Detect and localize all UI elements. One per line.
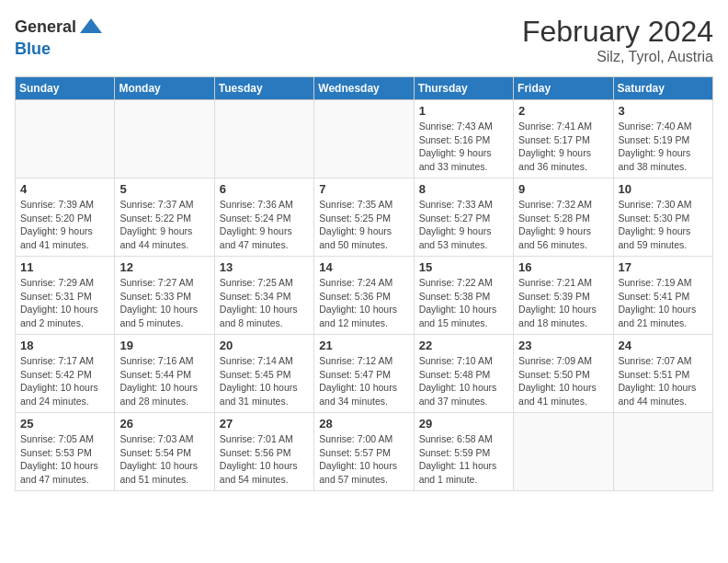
calendar-cell: 14Sunrise: 7:24 AM Sunset: 5:36 PM Dayli… (314, 257, 414, 335)
day-info: Sunrise: 7:14 AM Sunset: 5:45 PM Dayligh… (220, 354, 309, 408)
calendar-cell: 4Sunrise: 7:39 AM Sunset: 5:20 PM Daylig… (16, 178, 115, 257)
location: Silz, Tyrol, Austria (522, 49, 713, 65)
day-number: 19 (119, 339, 209, 352)
day-of-week-header: Tuesday (214, 77, 313, 100)
day-info: Sunrise: 7:29 AM Sunset: 5:31 PM Dayligh… (20, 276, 109, 330)
calendar-cell: 17Sunrise: 7:19 AM Sunset: 5:41 PM Dayli… (613, 257, 712, 335)
calendar-cell: 23Sunrise: 7:09 AM Sunset: 5:50 PM Dayli… (514, 335, 613, 413)
day-of-week-header: Wednesday (314, 77, 414, 100)
calendar-cell (115, 100, 214, 178)
calendar-cell: 11Sunrise: 7:29 AM Sunset: 5:31 PM Dayli… (16, 257, 115, 335)
calendar-table: SundayMondayTuesdayWednesdayThursdayFrid… (15, 76, 713, 491)
logo-blue-text: Blue (15, 40, 104, 59)
calendar-cell: 20Sunrise: 7:14 AM Sunset: 5:45 PM Dayli… (214, 335, 313, 413)
day-info: Sunrise: 7:00 AM Sunset: 5:57 PM Dayligh… (319, 432, 408, 487)
day-of-week-header: Monday (115, 77, 214, 100)
calendar-cell (613, 413, 712, 491)
day-number: 28 (319, 417, 408, 431)
day-info: Sunrise: 7:39 AM Sunset: 5:20 PM Dayligh… (20, 198, 109, 252)
day-number: 6 (220, 182, 309, 196)
calendar-week-row: 4Sunrise: 7:39 AM Sunset: 5:20 PM Daylig… (16, 178, 713, 257)
day-info: Sunrise: 7:12 AM Sunset: 5:47 PM Dayligh… (319, 354, 408, 408)
calendar-cell: 29Sunrise: 6:58 AM Sunset: 5:59 PM Dayli… (414, 413, 513, 491)
calendar-cell: 25Sunrise: 7:05 AM Sunset: 5:53 PM Dayli… (16, 413, 115, 491)
day-info: Sunrise: 7:41 AM Sunset: 5:17 PM Dayligh… (518, 120, 608, 174)
title-block: February 2024 Silz, Tyrol, Austria (522, 15, 713, 65)
day-info: Sunrise: 7:22 AM Sunset: 5:38 PM Dayligh… (419, 276, 508, 330)
day-number: 9 (518, 182, 608, 196)
day-info: Sunrise: 7:24 AM Sunset: 5:36 PM Dayligh… (319, 276, 408, 330)
day-info: Sunrise: 7:25 AM Sunset: 5:34 PM Dayligh… (220, 276, 309, 330)
calendar-cell: 12Sunrise: 7:27 AM Sunset: 5:33 PM Dayli… (115, 257, 214, 335)
calendar-week-row: 25Sunrise: 7:05 AM Sunset: 5:53 PM Dayli… (16, 413, 713, 491)
day-number: 24 (619, 339, 708, 352)
calendar-cell: 10Sunrise: 7:30 AM Sunset: 5:30 PM Dayli… (613, 178, 712, 257)
day-info: Sunrise: 7:35 AM Sunset: 5:25 PM Dayligh… (319, 198, 408, 252)
day-of-week-header: Saturday (613, 77, 712, 100)
svg-marker-0 (80, 18, 102, 33)
logo: General Blue (15, 15, 104, 59)
day-info: Sunrise: 7:40 AM Sunset: 5:19 PM Dayligh… (619, 120, 708, 174)
day-number: 13 (220, 260, 309, 274)
day-number: 22 (419, 339, 508, 352)
calendar-cell: 13Sunrise: 7:25 AM Sunset: 5:34 PM Dayli… (214, 257, 313, 335)
day-info: Sunrise: 7:05 AM Sunset: 5:53 PM Dayligh… (20, 432, 109, 487)
day-of-week-header: Sunday (16, 77, 115, 100)
calendar-cell: 16Sunrise: 7:21 AM Sunset: 5:39 PM Dayli… (514, 257, 613, 335)
day-number: 29 (419, 417, 508, 431)
day-number: 25 (20, 417, 109, 431)
calendar-cell: 1Sunrise: 7:43 AM Sunset: 5:16 PM Daylig… (414, 100, 513, 178)
calendar-header-row: SundayMondayTuesdayWednesdayThursdayFrid… (16, 77, 713, 100)
day-info: Sunrise: 7:36 AM Sunset: 5:24 PM Dayligh… (220, 198, 309, 252)
calendar-cell: 2Sunrise: 7:41 AM Sunset: 5:17 PM Daylig… (514, 100, 613, 178)
day-info: Sunrise: 7:21 AM Sunset: 5:39 PM Dayligh… (518, 276, 608, 330)
calendar-cell: 15Sunrise: 7:22 AM Sunset: 5:38 PM Dayli… (414, 257, 513, 335)
day-info: Sunrise: 7:19 AM Sunset: 5:41 PM Dayligh… (619, 276, 708, 330)
calendar-cell (16, 100, 115, 178)
day-number: 7 (319, 182, 408, 196)
day-number: 14 (319, 260, 408, 274)
calendar-cell: 5Sunrise: 7:37 AM Sunset: 5:22 PM Daylig… (115, 178, 214, 257)
day-info: Sunrise: 7:33 AM Sunset: 5:27 PM Dayligh… (419, 198, 508, 252)
calendar-cell: 28Sunrise: 7:00 AM Sunset: 5:57 PM Dayli… (314, 413, 414, 491)
calendar-cell: 3Sunrise: 7:40 AM Sunset: 5:19 PM Daylig… (613, 100, 712, 178)
day-of-week-header: Friday (514, 77, 613, 100)
calendar-cell: 24Sunrise: 7:07 AM Sunset: 5:51 PM Dayli… (613, 335, 712, 413)
day-number: 20 (220, 339, 309, 352)
calendar-cell (514, 413, 613, 491)
page-header: General Blue February 2024 Silz, Tyrol, … (15, 15, 713, 65)
calendar-cell: 7Sunrise: 7:35 AM Sunset: 5:25 PM Daylig… (314, 178, 414, 257)
calendar-week-row: 18Sunrise: 7:17 AM Sunset: 5:42 PM Dayli… (16, 335, 713, 413)
calendar-cell: 27Sunrise: 7:01 AM Sunset: 5:56 PM Dayli… (214, 413, 313, 491)
month-title: February 2024 (522, 15, 713, 49)
day-number: 27 (220, 417, 309, 431)
calendar-week-row: 1Sunrise: 7:43 AM Sunset: 5:16 PM Daylig… (16, 100, 713, 178)
day-number: 1 (419, 104, 508, 118)
day-number: 2 (518, 104, 608, 118)
day-info: Sunrise: 7:07 AM Sunset: 5:51 PM Dayligh… (619, 354, 708, 408)
day-number: 23 (518, 339, 608, 352)
day-number: 5 (119, 182, 209, 196)
day-info: Sunrise: 7:43 AM Sunset: 5:16 PM Dayligh… (419, 120, 508, 174)
day-number: 18 (20, 339, 109, 352)
logo-general-text: General (15, 18, 76, 37)
day-info: Sunrise: 7:01 AM Sunset: 5:56 PM Dayligh… (220, 432, 309, 487)
day-info: Sunrise: 7:03 AM Sunset: 5:54 PM Dayligh… (119, 432, 209, 487)
day-of-week-header: Thursday (414, 77, 513, 100)
day-info: Sunrise: 7:30 AM Sunset: 5:30 PM Dayligh… (619, 198, 708, 252)
day-info: Sunrise: 7:27 AM Sunset: 5:33 PM Dayligh… (119, 276, 209, 330)
day-info: Sunrise: 7:09 AM Sunset: 5:50 PM Dayligh… (518, 354, 608, 408)
calendar-cell (314, 100, 414, 178)
day-number: 15 (419, 260, 508, 274)
day-number: 3 (619, 104, 708, 118)
calendar-cell: 22Sunrise: 7:10 AM Sunset: 5:48 PM Dayli… (414, 335, 513, 413)
day-number: 4 (20, 182, 109, 196)
day-number: 8 (419, 182, 508, 196)
calendar-cell: 19Sunrise: 7:16 AM Sunset: 5:44 PM Dayli… (115, 335, 214, 413)
calendar-cell: 6Sunrise: 7:36 AM Sunset: 5:24 PM Daylig… (214, 178, 313, 257)
calendar-week-row: 11Sunrise: 7:29 AM Sunset: 5:31 PM Dayli… (16, 257, 713, 335)
day-number: 10 (619, 182, 708, 196)
day-info: Sunrise: 7:10 AM Sunset: 5:48 PM Dayligh… (419, 354, 508, 408)
calendar-cell: 26Sunrise: 7:03 AM Sunset: 5:54 PM Dayli… (115, 413, 214, 491)
calendar-cell: 18Sunrise: 7:17 AM Sunset: 5:42 PM Dayli… (16, 335, 115, 413)
